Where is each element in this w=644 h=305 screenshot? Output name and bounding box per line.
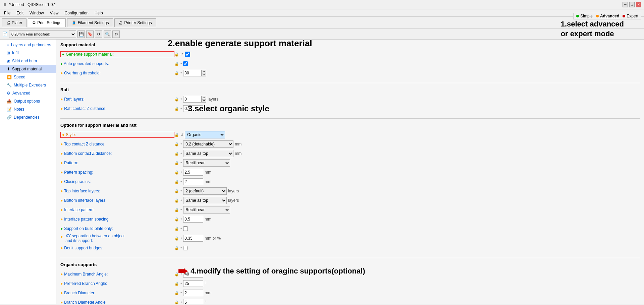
generate-reset[interactable]: ↺ <box>180 52 183 57</box>
build-plate-lock[interactable]: 🔒 <box>174 227 179 231</box>
mode-advanced[interactable]: Advanced <box>596 14 619 18</box>
profile-select[interactable]: 0.20mm Fine (modified) <box>9 30 76 38</box>
sidebar-item-speed[interactable]: ⏩ Speed <box>0 73 56 81</box>
pref-branch-lock[interactable]: 🔒 <box>174 282 179 286</box>
profile-settings-btn[interactable]: ⚙ <box>112 30 120 38</box>
mode-simple[interactable]: Simple <box>576 14 593 18</box>
tab-plater-label: Plater <box>12 20 22 25</box>
overhang-lock[interactable]: 🔒 <box>174 71 179 75</box>
raft-layers-up[interactable]: ▲ <box>202 96 206 99</box>
sidebar-item-output[interactable]: 📤 Output options <box>0 97 56 105</box>
pattern-select[interactable]: Rectilinear Hexagonal Honeycomb <box>183 159 230 167</box>
dont-support-checkbox[interactable] <box>183 246 188 250</box>
close-button[interactable]: ✕ <box>636 2 641 7</box>
top-interface-select[interactable]: 2 (default) 0 1 3 <box>183 187 227 195</box>
generate-lock[interactable]: 🔒 <box>174 52 179 57</box>
raft-layers-lock[interactable]: 🔒 <box>174 97 179 102</box>
bottom-interface-select[interactable]: Same as top 0 1 2 <box>183 197 227 204</box>
bottom-contact-select[interactable]: Same as top 0.1 0.2 <box>183 150 233 157</box>
infill-icon: ⊞ <box>7 51 10 55</box>
menu-configuration[interactable]: Configuration <box>62 10 91 16</box>
support-material-section: Support material ● Generate support mate… <box>60 42 640 77</box>
bottom-contact-row: ● Bottom contact Z distance: 🔒 • Same as… <box>60 149 640 158</box>
interface-spacing-lock[interactable]: 🔒 <box>174 217 179 222</box>
deps-icon: 🔗 <box>7 115 12 120</box>
style-select[interactable]: Organic Grid Snug <box>185 131 225 138</box>
profile-reset-btn[interactable]: ↺ <box>95 30 102 38</box>
branch-diam-row: ● Branch Diameter: 🔒 • 2 mm <box>60 289 640 297</box>
raft-contact-unit: mm <box>205 106 211 111</box>
speed-icon: ⏩ <box>7 75 12 79</box>
sidebar-infill-label: Infill <box>12 51 19 55</box>
overhang-input[interactable]: 30 <box>183 70 202 76</box>
top-interface-lock[interactable]: 🔒 <box>174 189 179 193</box>
branch-diam-input[interactable]: 2 <box>183 290 203 296</box>
sidebar-item-extruders[interactable]: 🔧 Multiple Extruders <box>0 81 56 89</box>
sidebar-item-advanced[interactable]: ⚙ Advanced <box>0 89 56 97</box>
top-contact-select[interactable]: 0.2 (detachable) 0.1 0.3 <box>183 140 233 148</box>
interface-pattern-select[interactable]: Rectilinear Hexagonal <box>183 206 230 213</box>
closing-radius-lock[interactable]: 🔒 <box>174 180 179 184</box>
overhang-label: Overhang threshold: <box>64 71 101 75</box>
divider-1 <box>60 83 640 83</box>
raft-contact-lock[interactable]: 🔒 <box>174 107 179 111</box>
generate-checkbox[interactable] <box>185 52 190 57</box>
overhang-down[interactable]: ▼ <box>202 73 206 76</box>
mode-expert[interactable]: Expert <box>623 14 638 18</box>
branch-diam-angle-input[interactable]: 5 <box>183 299 203 304</box>
branch-diam-lock[interactable]: 🔒 <box>174 291 179 295</box>
profile-search-btn[interactable]: 🔍 <box>104 30 111 38</box>
raft-layers-unit: layers <box>208 97 218 102</box>
raft-layers-down[interactable]: ▼ <box>202 99 206 103</box>
style-lock[interactable]: 🔒 <box>174 133 179 137</box>
raft-contact-input[interactable]: 0.1 <box>183 105 203 112</box>
pattern-row: ● Pattern: 🔒 • Rectilinear Hexagonal Hon… <box>60 159 640 167</box>
branch-diam-angle-lock[interactable]: 🔒 <box>174 300 179 305</box>
sidebar-layers-label: Layers and perimeters <box>11 43 51 47</box>
interface-spacing-input[interactable]: 0.5 <box>183 216 203 223</box>
restore-button[interactable]: □ <box>629 2 635 7</box>
profile-save-btn[interactable]: 💾 <box>77 30 85 38</box>
xy-sep-input[interactable]: 0.35 <box>183 235 203 242</box>
raft-layers-input[interactable]: 0 <box>183 96 202 103</box>
sidebar-item-support[interactable]: ⬆ Support material <box>0 65 56 73</box>
xy-sep-lock[interactable]: 🔒 <box>174 236 179 241</box>
auto-lock[interactable]: 🔒 <box>174 62 179 66</box>
tab-printer-settings[interactable]: 🖨 Printer Settings <box>114 18 156 27</box>
support-section-title: Support material <box>60 42 640 47</box>
auto-checkbox[interactable] <box>183 61 188 66</box>
menu-edit[interactable]: Edit <box>14 10 26 16</box>
style-reset[interactable]: ↺ <box>180 133 183 137</box>
tab-plater[interactable]: 🖨 Plater <box>2 18 26 27</box>
pref-branch-input[interactable]: 25 <box>183 280 203 287</box>
pattern-spacing-input[interactable]: 2.5 <box>183 169 203 176</box>
sidebar-item-infill[interactable]: ⊞ Infill <box>0 49 56 57</box>
tab-filament-settings[interactable]: 🧵 Filament Settings <box>67 18 113 27</box>
bottom-contact-lock[interactable]: 🔒 <box>174 151 179 156</box>
menu-help[interactable]: Help <box>92 10 106 16</box>
sidebar-item-layers[interactable]: ≡ Layers and perimeters <box>0 41 56 49</box>
menu-file[interactable]: File <box>1 10 13 16</box>
sidebar-skirt-label: Skirt and brim <box>12 59 37 63</box>
top-contact-lock[interactable]: 🔒 <box>174 142 179 146</box>
bottom-interface-lock[interactable]: 🔒 <box>174 198 179 203</box>
dont-support-lock[interactable]: 🔒 <box>174 246 179 250</box>
overhang-up[interactable]: ▲ <box>202 70 206 73</box>
mode-expert-label: Expert <box>627 14 638 18</box>
tab-print-settings[interactable]: ⚙ Print Settings <box>28 18 65 27</box>
sidebar-speed-label: Speed <box>14 75 25 79</box>
raft-contact-row: ● Raft contact Z distance: 🔒 • 0.1 mm <box>60 104 640 113</box>
profile-bookmark-btn[interactable]: 🔖 <box>86 30 94 38</box>
sidebar-item-deps[interactable]: 🔗 Dependencies <box>0 113 56 121</box>
sidebar-notes-label: Notes <box>14 107 24 112</box>
menu-window[interactable]: Window <box>27 10 47 16</box>
closing-radius-input[interactable]: 2 <box>183 178 203 185</box>
sidebar-item-skirt[interactable]: ◉ Skirt and brim <box>0 57 56 65</box>
build-plate-checkbox[interactable] <box>183 226 188 231</box>
pattern-lock[interactable]: 🔒 <box>174 161 179 165</box>
sidebar-item-notes[interactable]: 📝 Notes <box>0 105 56 113</box>
menu-view[interactable]: View <box>47 10 61 16</box>
minimize-button[interactable]: ─ <box>623 2 628 7</box>
interface-pattern-lock[interactable]: 🔒 <box>174 208 179 212</box>
pattern-spacing-lock[interactable]: 🔒 <box>174 170 179 175</box>
